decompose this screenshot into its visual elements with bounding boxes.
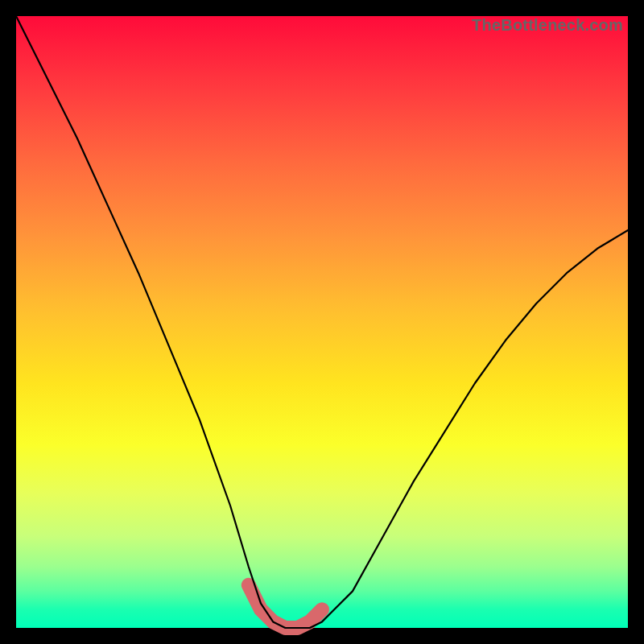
curve-svg xyxy=(16,16,628,628)
valley-band-path xyxy=(249,585,322,628)
bottleneck-curve-path xyxy=(16,16,628,628)
chart-frame: TheBottleneck.com xyxy=(0,0,644,644)
plot-area: TheBottleneck.com xyxy=(16,16,628,628)
